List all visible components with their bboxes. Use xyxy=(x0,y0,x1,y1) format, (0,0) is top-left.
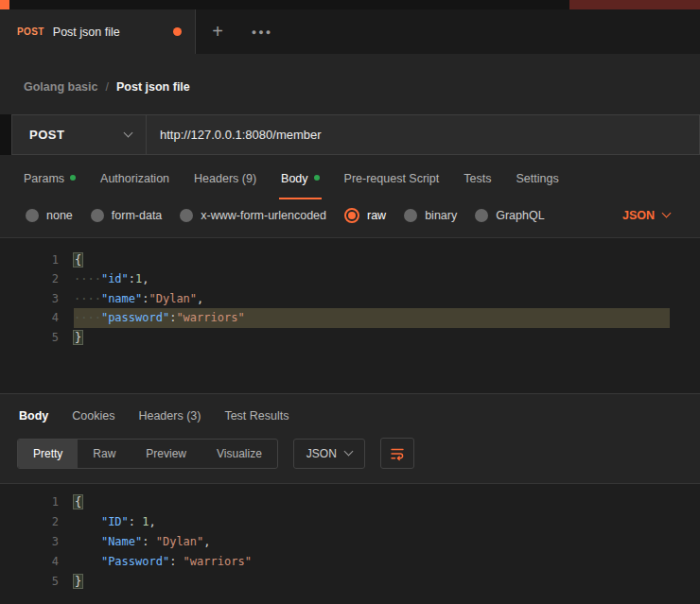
breadcrumb-collection[interactable]: Golang basic xyxy=(24,80,98,94)
tab-headers[interactable]: Headers (9) xyxy=(194,172,256,199)
url-text: http://127.0.0.1:8080/member xyxy=(160,128,322,142)
mode-form-data[interactable]: form-data xyxy=(91,209,163,222)
view-preview-button[interactable]: Preview xyxy=(131,440,201,468)
line-number: 3 xyxy=(0,289,59,309)
breadcrumb: Golang basic / Post json file xyxy=(0,54,700,112)
line-number: 5 xyxy=(0,572,59,592)
method-dropdown[interactable]: POST xyxy=(12,115,147,154)
json-punctuation: : xyxy=(169,555,183,568)
line-number: 2 xyxy=(0,512,59,532)
chevron-down-icon xyxy=(343,447,353,457)
request-body-editor[interactable]: 1 { 2 ····"id":1, 3 ····"name":"Dylan", … xyxy=(0,237,700,393)
whitespace-dots: ···· xyxy=(74,272,101,285)
mode-label: binary xyxy=(425,209,457,222)
breadcrumb-request-name[interactable]: Post json file xyxy=(116,80,190,94)
tab-pre-request-script[interactable]: Pre-request Script xyxy=(344,172,440,199)
response-tab-headers[interactable]: Headers (3) xyxy=(138,409,201,423)
url-input[interactable]: http://127.0.0.1:8080/member xyxy=(147,115,699,154)
json-punctuation: , xyxy=(197,292,203,305)
mode-x-www-form-urlencoded[interactable]: x-www-form-urlencoded xyxy=(180,209,326,222)
request-section-tabs: Params Authorization Headers (9) Body Pr… xyxy=(0,155,700,199)
whitespace-dots: ···· xyxy=(74,311,101,324)
tab-body[interactable]: Body xyxy=(281,172,320,199)
json-number: 1 xyxy=(142,515,149,528)
response-language-dropdown[interactable]: JSON xyxy=(293,439,365,469)
request-tabbar: POST Post json file + ●●● xyxy=(0,9,700,54)
code-line[interactable]: 1 { xyxy=(0,250,700,270)
view-pretty-button[interactable]: Pretty xyxy=(18,440,78,468)
line-number: 1 xyxy=(0,492,59,512)
request-pane: Golang basic / Post json file POST http:… xyxy=(0,54,700,604)
request-url-row: POST http://127.0.0.1:8080/member xyxy=(0,114,700,155)
mode-label: x-www-form-urlencoded xyxy=(201,209,326,222)
method-label: POST xyxy=(29,128,64,142)
line-number: 4 xyxy=(0,308,59,328)
language-dropdown[interactable]: JSON xyxy=(622,209,670,222)
indent xyxy=(74,515,101,528)
json-string: "Dylan" xyxy=(156,535,204,548)
code-line[interactable]: 4 "Password": "warriors" xyxy=(0,552,700,572)
radio-icon xyxy=(475,209,488,222)
json-key: "Name" xyxy=(101,535,142,548)
url-bar: POST http://127.0.0.1:8080/member xyxy=(11,114,700,155)
tab-settings[interactable]: Settings xyxy=(516,172,558,199)
brace: { xyxy=(74,495,82,509)
tab-params[interactable]: Params xyxy=(24,172,76,199)
tab-authorization[interactable]: Authorization xyxy=(100,172,169,199)
json-string: "Dylan" xyxy=(149,292,198,305)
chevron-down-icon xyxy=(662,209,672,218)
code-line[interactable]: 2 "ID": 1, xyxy=(0,512,700,532)
new-tab-button[interactable]: + xyxy=(196,9,239,54)
open-request-tab[interactable]: POST Post json file xyxy=(0,9,196,54)
response-section-tabs: Body Cookies Headers (3) Test Results xyxy=(0,393,700,436)
tab-label: Params xyxy=(24,172,64,185)
mode-graphql[interactable]: GraphQL xyxy=(475,209,544,222)
mode-raw[interactable]: raw xyxy=(344,208,386,223)
json-key: "Password" xyxy=(101,555,169,568)
tab-label: Pre-request Script xyxy=(344,172,440,185)
json-punctuation: : xyxy=(129,515,142,528)
brace: { xyxy=(74,253,82,267)
code-line[interactable]: 2 ····"id":1, xyxy=(0,269,700,289)
mode-label: form-data xyxy=(112,209,163,222)
language-label: JSON xyxy=(306,447,337,460)
json-key: "id" xyxy=(101,272,129,285)
brace: } xyxy=(74,331,82,344)
json-string: "warriors" xyxy=(184,555,252,568)
json-key: "name" xyxy=(101,292,142,305)
radio-icon xyxy=(404,209,417,222)
more-options-button[interactable]: ●●● xyxy=(239,9,285,54)
radio-icon xyxy=(26,209,39,222)
language-label: JSON xyxy=(622,209,655,222)
line-number: 1 xyxy=(0,250,59,270)
response-body-viewer[interactable]: 1 { 2 "ID": 1, 3 "Name": "Dylan", 4 "Pas… xyxy=(0,483,700,604)
tab-label: Authorization xyxy=(100,172,169,185)
wrap-line-button[interactable] xyxy=(380,438,414,469)
window-top-right-fragment xyxy=(569,0,700,9)
code-line[interactable]: 3 ····"name":"Dylan", xyxy=(0,289,700,309)
code-line[interactable]: 3 "Name": "Dylan", xyxy=(0,532,700,552)
code-line[interactable]: 1 { xyxy=(0,492,700,512)
tab-tests[interactable]: Tests xyxy=(464,172,491,199)
json-punctuation: , xyxy=(142,272,149,285)
mode-binary[interactable]: binary xyxy=(404,209,457,222)
response-tab-test-results[interactable]: Test Results xyxy=(224,409,289,423)
view-visualize-button[interactable]: Visualize xyxy=(201,440,277,468)
radio-icon xyxy=(91,209,104,222)
json-string: "warriors" xyxy=(176,311,244,324)
window-top-edge xyxy=(0,0,700,9)
radio-selected-icon xyxy=(344,208,359,223)
response-tab-body[interactable]: Body xyxy=(19,409,48,423)
code-line[interactable]: 5 } xyxy=(0,328,700,348)
code-line[interactable]: 5 } xyxy=(0,572,700,592)
response-tab-cookies[interactable]: Cookies xyxy=(72,409,114,423)
view-raw-button[interactable]: Raw xyxy=(78,440,131,468)
tab-label: Tests xyxy=(464,172,491,185)
brace: } xyxy=(74,575,82,588)
json-key: "ID" xyxy=(101,515,129,528)
line-number: 2 xyxy=(0,269,59,289)
tab-method-label: POST xyxy=(17,26,44,37)
mode-none[interactable]: none xyxy=(26,209,73,222)
code-line-highlighted[interactable]: 4 ····"password":"warriors" xyxy=(0,308,700,328)
line-number: 5 xyxy=(0,328,59,348)
